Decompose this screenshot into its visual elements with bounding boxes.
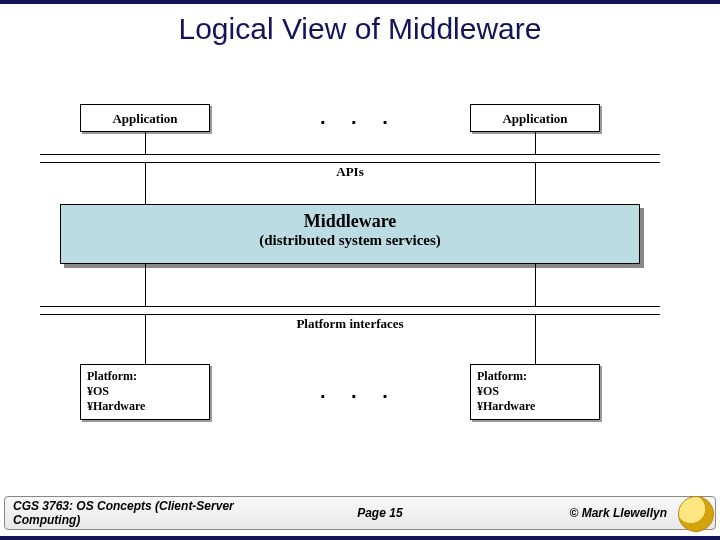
connector	[145, 264, 146, 306]
connector	[145, 132, 146, 154]
middleware-title: Middleware	[61, 211, 639, 232]
connector	[145, 162, 146, 204]
platform-box-right: Platform: ¥OS ¥Hardware	[470, 364, 600, 420]
ucf-logo-icon	[678, 496, 714, 532]
apis-label: APIs	[40, 164, 660, 180]
middleware-bar: Middleware (distributed system services)	[60, 204, 640, 264]
connector	[145, 314, 146, 364]
middleware-diagram: Application Application . . . APIs Middl…	[40, 104, 660, 464]
connector	[535, 132, 536, 154]
platform-interfaces-divider	[40, 306, 660, 307]
platform-interfaces-label: Platform interfaces	[40, 316, 660, 332]
application-box-left: Application	[80, 104, 210, 132]
ellipsis-top: . . .	[320, 106, 398, 129]
ellipsis-bottom: . . .	[320, 380, 398, 403]
apis-divider	[40, 154, 660, 155]
middleware-subtitle: (distributed system services)	[61, 232, 639, 249]
connector	[535, 264, 536, 306]
connector	[535, 314, 536, 364]
footer-page: Page 15	[300, 506, 460, 520]
connector	[535, 162, 536, 204]
slide-title: Logical View of Middleware	[0, 12, 720, 46]
application-box-right: Application	[470, 104, 600, 132]
footer-copyright: © Mark Llewellyn	[460, 506, 707, 520]
platform-box-left: Platform: ¥OS ¥Hardware	[80, 364, 210, 420]
platform-interfaces-divider	[40, 314, 660, 315]
apis-divider	[40, 162, 660, 163]
footer-course: CGS 3763: OS Concepts (Client-Server Com…	[13, 499, 300, 527]
slide-footer: CGS 3763: OS Concepts (Client-Server Com…	[4, 496, 716, 530]
